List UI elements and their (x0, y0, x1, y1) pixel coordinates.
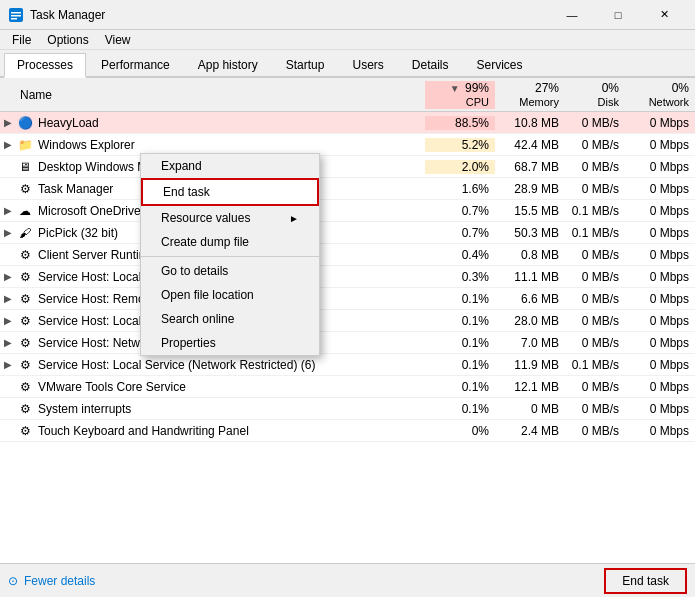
process-memory: 50.3 MB (495, 226, 565, 240)
col-cpu-header[interactable]: ▼ 99% CPU (425, 81, 495, 109)
process-icon: ⚙ (16, 180, 34, 198)
table-row[interactable]: ⚙ VMware Tools Core Service 0.1% 12.1 MB… (0, 376, 695, 398)
process-disk: 0 MB/s (565, 380, 625, 394)
process-memory: 15.5 MB (495, 204, 565, 218)
process-disk: 0 MB/s (565, 138, 625, 152)
table-row[interactable]: ⚙ Task Manager 1.6% 28.9 MB 0 MB/s 0 Mbp… (0, 178, 695, 200)
close-button[interactable]: ✕ (641, 0, 687, 30)
table-row[interactable]: ▶ 🔵 HeavyLoad 88.5% 10.8 MB 0 MB/s 0 Mbp… (0, 112, 695, 134)
table-row[interactable]: ▶ 🖌 PicPick (32 bit) 0.7% 50.3 MB 0.1 MB… (0, 222, 695, 244)
process-network: 0 Mbps (625, 424, 695, 438)
window-controls: — □ ✕ (549, 0, 687, 30)
process-icon: ⚙ (16, 422, 34, 440)
menu-options[interactable]: Options (39, 31, 96, 49)
table-row[interactable]: 🖥 Desktop Windows Manager 2.0% 68.7 MB 0… (0, 156, 695, 178)
process-memory: 68.7 MB (495, 160, 565, 174)
process-disk: 0 MB/s (565, 116, 625, 130)
process-cpu: 0.7% (425, 204, 495, 218)
process-cpu: 0.1% (425, 336, 495, 350)
process-table[interactable]: ▶ 🔵 HeavyLoad 88.5% 10.8 MB 0 MB/s 0 Mbp… (0, 112, 695, 563)
table-row[interactable]: ⚙ System interrupts 0.1% 0 MB 0 MB/s 0 M… (0, 398, 695, 420)
context-menu-item-open-file-location[interactable]: Open file location (141, 283, 319, 307)
context-menu-item-properties[interactable]: Properties (141, 331, 319, 355)
process-memory: 11.9 MB (495, 358, 565, 372)
process-memory: 10.8 MB (495, 116, 565, 130)
process-cpu: 0% (425, 424, 495, 438)
table-row[interactable]: ▶ ⚙ Service Host: Local Service (Network… (0, 354, 695, 376)
process-memory: 12.1 MB (495, 380, 565, 394)
process-icon: ☁ (16, 202, 34, 220)
col-memory-header[interactable]: 27% Memory (495, 81, 565, 109)
table-row[interactable]: ▶ ⚙ Service Host: Local System (18) 0.1%… (0, 310, 695, 332)
context-menu-item-create-dump-file[interactable]: Create dump file (141, 230, 319, 254)
expand-arrow: ▶ (0, 293, 16, 304)
process-icon: ⚙ (16, 378, 34, 396)
process-icon: ⚙ (16, 246, 34, 264)
col-name-header[interactable]: Name (0, 88, 425, 102)
tab-performance[interactable]: Performance (88, 53, 183, 76)
tab-services[interactable]: Services (464, 53, 536, 76)
tab-processes[interactable]: Processes (4, 53, 86, 78)
tab-details[interactable]: Details (399, 53, 462, 76)
tab-app-history[interactable]: App history (185, 53, 271, 76)
process-cpu: 0.1% (425, 402, 495, 416)
menu-view[interactable]: View (97, 31, 139, 49)
process-cpu: 2.0% (425, 160, 495, 174)
menu-bar: File Options View (0, 30, 695, 50)
fewer-details-icon: ⊙ (8, 574, 18, 588)
process-cpu: 88.5% (425, 116, 495, 130)
process-name: Touch Keyboard and Handwriting Panel (38, 424, 425, 438)
expand-arrow: ▶ (0, 117, 16, 128)
process-name: HeavyLoad (38, 116, 425, 130)
table-row[interactable]: ▶ ⚙ Service Host: Remote Procedure Call … (0, 288, 695, 310)
end-task-button[interactable]: End task (604, 568, 687, 594)
table-row[interactable]: ▶ ☁ Microsoft OneDrive 0.7% 15.5 MB 0.1 … (0, 200, 695, 222)
context-menu-item-end-task[interactable]: End task (141, 178, 319, 206)
process-disk: 0 MB/s (565, 292, 625, 306)
col-disk-header[interactable]: 0% Disk (565, 81, 625, 109)
process-memory: 0 MB (495, 402, 565, 416)
process-cpu: 5.2% (425, 138, 495, 152)
table-row[interactable]: ⚙ Touch Keyboard and Handwriting Panel 0… (0, 420, 695, 442)
process-cpu: 0.1% (425, 380, 495, 394)
process-network: 0 Mbps (625, 292, 695, 306)
table-row[interactable]: ▶ 📁 Windows Explorer 5.2% 42.4 MB 0 MB/s… (0, 134, 695, 156)
menu-file[interactable]: File (4, 31, 39, 49)
process-network: 0 Mbps (625, 402, 695, 416)
svg-rect-3 (11, 18, 17, 20)
minimize-button[interactable]: — (549, 0, 595, 30)
process-disk: 0 MB/s (565, 182, 625, 196)
process-memory: 0.8 MB (495, 248, 565, 262)
process-cpu: 1.6% (425, 182, 495, 196)
tab-startup[interactable]: Startup (273, 53, 338, 76)
maximize-button[interactable]: □ (595, 0, 641, 30)
column-headers: Name ▼ 99% CPU 27% Memory 0% Disk 0% Net… (0, 78, 695, 112)
table-row[interactable]: ▶ ⚙ Service Host: Network Service (5) 0.… (0, 332, 695, 354)
main-content: Name ▼ 99% CPU 27% Memory 0% Disk 0% Net… (0, 78, 695, 563)
process-icon: 🔵 (16, 114, 34, 132)
tab-users[interactable]: Users (339, 53, 396, 76)
context-menu-item-go-to-details[interactable]: Go to details (141, 259, 319, 283)
expand-arrow: ▶ (0, 315, 16, 326)
table-row[interactable]: ▶ ⚙ Service Host: Local Service (No Netw… (0, 266, 695, 288)
expand-arrow: ▶ (0, 139, 16, 150)
table-row[interactable]: ⚙ Client Server Runtime Process 0.4% 0.8… (0, 244, 695, 266)
tab-bar: Processes Performance App history Startu… (0, 50, 695, 78)
status-bar: ⊙ Fewer details End task (0, 563, 695, 597)
process-network: 0 Mbps (625, 358, 695, 372)
context-menu-item-expand[interactable]: Expand (141, 154, 319, 178)
col-network-header[interactable]: 0% Network (625, 81, 695, 109)
process-icon: ⚙ (16, 268, 34, 286)
expand-arrow: ▶ (0, 205, 16, 216)
context-menu-item-resource-values[interactable]: Resource values► (141, 206, 319, 230)
context-menu-item-search-online[interactable]: Search online (141, 307, 319, 331)
process-icon: ⚙ (16, 356, 34, 374)
process-name: Service Host: Local Service (Network Res… (38, 358, 425, 372)
process-network: 0 Mbps (625, 248, 695, 262)
process-memory: 42.4 MB (495, 138, 565, 152)
fewer-details-button[interactable]: ⊙ Fewer details (8, 574, 95, 588)
process-disk: 0 MB/s (565, 160, 625, 174)
expand-arrow: ▶ (0, 359, 16, 370)
process-disk: 0.1 MB/s (565, 358, 625, 372)
expand-arrow: ▶ (0, 337, 16, 348)
